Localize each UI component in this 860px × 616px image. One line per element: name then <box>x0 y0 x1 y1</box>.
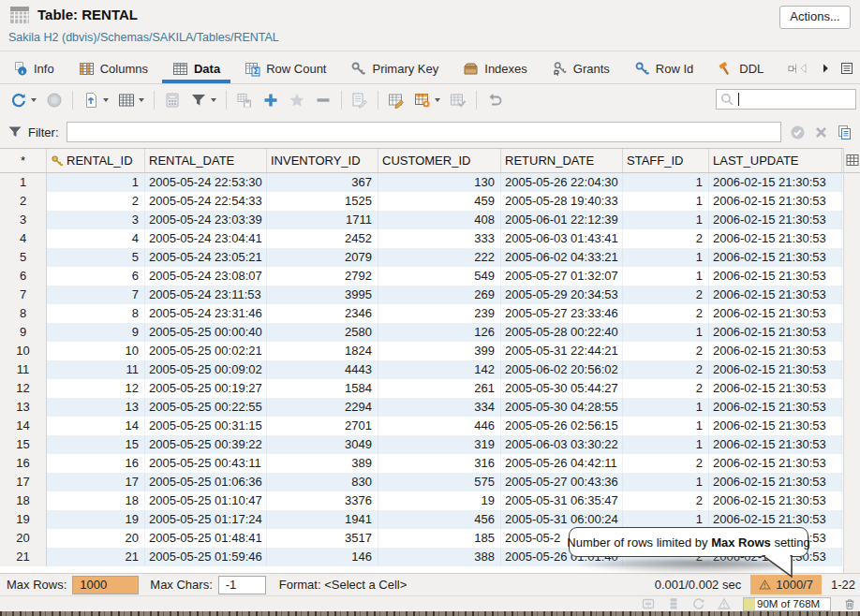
table-row[interactable]: 552005-05-24 23:05:2120792222005-06-02 0… <box>0 248 843 267</box>
cell-rental_date[interactable]: 2005-05-25 00:02:21 <box>145 342 267 360</box>
row-number[interactable]: 6 <box>0 267 47 286</box>
table-row[interactable]: 15152005-05-25 00:39:2230493192005-06-03… <box>0 435 843 454</box>
column-chooser-button[interactable] <box>844 148 860 173</box>
cell-staff_id[interactable]: 2 <box>623 454 709 473</box>
cell-rental_date[interactable]: 2005-05-24 23:31:46 <box>145 304 267 323</box>
cell-rental_id[interactable]: 12 <box>47 379 145 398</box>
trash-icon[interactable] <box>843 597 856 610</box>
cell-last_update[interactable]: 2006-02-15 21:30:53 <box>709 342 842 360</box>
cell-customer_id[interactable]: 19 <box>378 491 501 510</box>
table-row[interactable]: 112005-05-24 22:53:303671302005-05-26 22… <box>0 173 843 192</box>
column-header-rental_date[interactable]: RENTAL_DATE <box>145 149 267 172</box>
cell-staff_id[interactable]: 2 <box>623 491 709 510</box>
row-number[interactable]: 12 <box>0 379 47 398</box>
cell-last_update[interactable]: 2006-02-15 21:30:53 <box>709 323 842 342</box>
cell-customer_id[interactable]: 269 <box>378 286 501 304</box>
cell-rental_date[interactable]: 2005-05-24 22:54:33 <box>145 192 267 211</box>
row-number[interactable]: 9 <box>0 323 47 342</box>
cell-rental_id[interactable]: 8 <box>47 304 145 323</box>
cell-last_update[interactable]: 2006-02-15 21:30:53 <box>709 417 842 435</box>
reload-button[interactable] <box>7 89 39 111</box>
table-row[interactable]: 11112005-05-25 00:09:0244431422005-06-02… <box>0 360 843 379</box>
cell-inventory_id[interactable]: 4443 <box>267 360 378 379</box>
column-header-customer_id[interactable]: CUSTOMER_ID <box>378 149 501 172</box>
cell-last_update[interactable]: 2006-02-15 21:30:53 <box>709 286 842 304</box>
cell-last_update[interactable]: 2006-02-15 21:30:53 <box>709 229 842 248</box>
cell-rental_date[interactable]: 2005-05-24 23:05:21 <box>145 248 267 267</box>
row-number[interactable]: 21 <box>0 548 47 566</box>
table-row[interactable]: 18182005-05-25 01:10:473376192005-05-31 … <box>0 491 843 510</box>
cell-rental_date[interactable]: 2005-05-24 23:11:53 <box>145 286 267 304</box>
cell-return_date[interactable]: 2005-06-02 20:56:02 <box>501 360 623 379</box>
tab-row-id[interactable]: Row Id <box>622 54 705 83</box>
column-header-return_date[interactable]: RETURN_DATE <box>501 149 623 172</box>
cell-last_update[interactable]: 2006-02-15 21:30:53 <box>709 360 842 379</box>
table-row[interactable]: 12122005-05-25 00:19:2715842612005-05-30… <box>0 379 843 398</box>
cell-rental_id[interactable]: 9 <box>47 323 145 342</box>
cell-inventory_id[interactable]: 2701 <box>267 417 378 435</box>
cell-rental_date[interactable]: 2005-05-25 01:17:24 <box>145 510 267 529</box>
filter-data-button[interactable] <box>187 89 219 111</box>
row-number[interactable]: 5 <box>0 248 47 267</box>
copy-filter-icon[interactable] <box>837 125 853 140</box>
cell-staff_id[interactable]: 1 <box>623 398 709 417</box>
cell-inventory_id[interactable]: 3049 <box>267 435 378 454</box>
chevron-right-icon[interactable] <box>818 61 833 76</box>
column-header-rental_id[interactable]: RENTAL_ID <box>47 149 145 172</box>
memory-indicator[interactable]: 90M of 768M <box>743 597 831 611</box>
table-row[interactable]: 17172005-05-25 01:06:368305752005-05-27 … <box>0 473 843 491</box>
cell-staff_id[interactable]: 1 <box>623 510 709 529</box>
cell-staff_id[interactable]: 1 <box>623 267 709 286</box>
cell-rental_id[interactable]: 17 <box>47 473 145 491</box>
cell-return_date[interactable]: 2005-05-26 22:04:30 <box>501 173 623 192</box>
table-row[interactable]: 222005-05-24 22:54:3315254592005-05-28 1… <box>0 192 843 211</box>
cell-return_date[interactable]: 2005-05-26 02:56:15 <box>501 417 623 435</box>
cell-rental_date[interactable]: 2005-05-25 01:48:41 <box>145 529 267 548</box>
cell-rental_date[interactable]: 2005-05-25 00:00:40 <box>145 323 267 342</box>
cell-rental_id[interactable]: 15 <box>47 435 145 454</box>
cell-inventory_id[interactable]: 367 <box>267 173 378 192</box>
tab-list-icon[interactable] <box>839 61 854 76</box>
cell-customer_id[interactable]: 408 <box>378 211 501 229</box>
window-size-icon[interactable] <box>642 597 655 610</box>
cell-inventory_id[interactable]: 3517 <box>267 529 378 548</box>
cell-return_date[interactable]: 2005-05-30 04:28:55 <box>501 398 623 417</box>
cell-rental_date[interactable]: 2005-05-25 01:06:36 <box>145 473 267 491</box>
column-header-last_update[interactable]: LAST_UPDATE <box>709 149 842 172</box>
tab-info[interactable]: Info <box>0 54 67 83</box>
cell-staff_id[interactable]: 1 <box>623 417 709 435</box>
cell-rental_id[interactable]: 7 <box>47 286 145 304</box>
cell-return_date[interactable]: 2005-05-29 20:34:53 <box>501 286 623 304</box>
cell-last_update[interactable]: 2006-02-15 21:30:53 <box>709 473 842 491</box>
cell-return_date[interactable]: 2005-05-30 05:44:27 <box>501 379 623 398</box>
warning-gray-icon[interactable] <box>718 597 731 610</box>
row-number[interactable]: 20 <box>0 529 47 548</box>
cell-customer_id[interactable]: 446 <box>378 417 501 435</box>
actions-button[interactable]: Actions... <box>779 6 851 29</box>
cell-inventory_id[interactable]: 1941 <box>267 510 378 529</box>
cell-last_update[interactable]: 2006-02-15 21:30:53 <box>709 398 842 417</box>
cell-customer_id[interactable]: 239 <box>378 304 501 323</box>
cell-customer_id[interactable]: 334 <box>378 398 501 417</box>
cell-customer_id[interactable]: 185 <box>378 529 501 548</box>
cell-last_update[interactable]: 2006-02-15 21:30:53 <box>709 491 842 510</box>
export-button[interactable] <box>80 89 111 111</box>
cell-rental_date[interactable]: 2005-05-25 01:10:47 <box>145 491 267 510</box>
cell-rental_id[interactable]: 19 <box>47 510 145 529</box>
cell-staff_id[interactable]: 2 <box>623 286 709 304</box>
row-number[interactable]: 3 <box>0 211 47 229</box>
cell-last_update[interactable]: 2006-02-15 21:30:53 <box>709 379 842 398</box>
cell-inventory_id[interactable]: 2792 <box>267 267 378 286</box>
table-settings-button[interactable] <box>411 89 443 111</box>
row-number[interactable]: 11 <box>0 360 47 379</box>
cell-rental_id[interactable]: 4 <box>47 229 145 248</box>
cell-return_date[interactable]: 2005-05-31 22:44:21 <box>501 342 623 360</box>
cell-rental_date[interactable]: 2005-05-25 00:22:55 <box>145 398 267 417</box>
cell-rental_date[interactable]: 2005-05-24 23:08:07 <box>145 267 267 286</box>
cell-rental_id[interactable]: 16 <box>47 454 145 473</box>
vertical-scrollbar[interactable] <box>843 148 860 573</box>
cell-rental_date[interactable]: 2005-05-25 00:19:27 <box>145 379 267 398</box>
cell-customer_id[interactable]: 456 <box>378 510 501 529</box>
cell-inventory_id[interactable]: 1584 <box>267 379 378 398</box>
cell-inventory_id[interactable]: 146 <box>267 548 378 566</box>
